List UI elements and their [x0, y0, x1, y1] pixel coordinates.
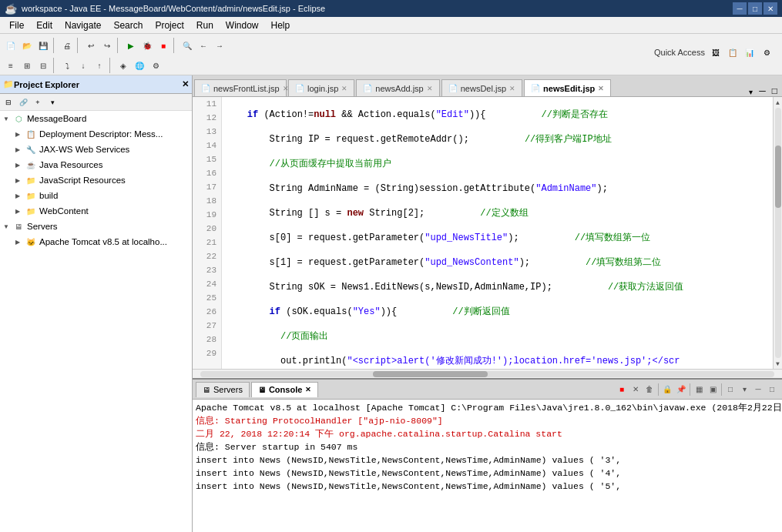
tab-newsedit[interactable]: 📄 newsEdit.jsp ✕ [524, 79, 611, 96]
tb-back-button[interactable]: ← [196, 38, 211, 53]
ln-26: 26 [193, 305, 221, 319]
maximize-editor-button[interactable]: □ [769, 85, 780, 96]
tb-run-button[interactable]: ▶ [123, 38, 139, 53]
menu-item-help[interactable]: Help [265, 18, 297, 32]
vscroll-down[interactable]: ▼ [774, 360, 782, 367]
menu-item-file[interactable]: File [3, 18, 30, 32]
code-content[interactable]: if (Action!=null && Action.equals("Edit"… [222, 97, 773, 369]
hscroll-thumb[interactable] [373, 371, 488, 377]
bottom-tab-servers[interactable]: 🖥 Servers [196, 382, 250, 397]
tb-search-button[interactable]: 🔍 [180, 38, 195, 53]
tree-label-tomcat: Apache Tomcat v8.5 at localho... [39, 237, 167, 246]
tree-item-deployment[interactable]: ▶ 📋 Deployment Descriptor: Mess... [0, 126, 192, 142]
console-minimize-button[interactable]: ─ [751, 383, 765, 396]
tab-newsfrontlist[interactable]: 📄 newsFrontList.jsp ✕ [194, 79, 287, 96]
menu-item-edit[interactable]: Edit [30, 18, 59, 32]
tb-expand-button[interactable]: ⊞ [19, 58, 35, 73]
tab-close-2[interactable]: ✕ [341, 85, 347, 92]
pe-new-button[interactable]: + [31, 95, 45, 109]
maximize-button[interactable]: □ [748, 2, 762, 15]
code-line-18: String sOK = News1.EditNews(s,NewsID,Adm… [225, 280, 770, 294]
bt-sep-1 [658, 383, 659, 396]
tree-item-java[interactable]: ▶ ☕ Java Resources [0, 157, 192, 172]
bottom-tab-console[interactable]: 🖥 Console ✕ [251, 382, 318, 397]
tree-item-tomcat[interactable]: ▶ 🐱 Apache Tomcat v8.5 at localho... [0, 234, 192, 249]
ln-18: 18 [193, 194, 221, 208]
tb-marker-button[interactable]: ◈ [116, 58, 131, 73]
tb-save-button[interactable]: 💾 [35, 38, 51, 53]
vscroll-thumb[interactable] [775, 146, 781, 208]
servers-icon: 🖥 [12, 220, 25, 233]
tree-arrow-webcontent: ▶ [15, 208, 25, 215]
console-clear-button[interactable]: 🗑 [643, 383, 656, 396]
console-layout-1[interactable]: ▦ [692, 383, 706, 396]
java-icon: ☕ [25, 159, 37, 171]
tab-close-4[interactable]: ✕ [509, 85, 515, 92]
hscroll-track[interactable] [200, 371, 774, 377]
tree-root-messageboard[interactable]: ▼ ⬡ MessageBoard [0, 111, 192, 126]
console-layout-2[interactable]: ▣ [706, 383, 720, 396]
tab-overflow-button[interactable]: ▾ [746, 88, 756, 96]
code-editor[interactable]: 11 12 13 14 15 16 17 18 19 20 21 22 23 2… [193, 97, 782, 369]
minimize-button[interactable]: ─ [733, 2, 747, 15]
qa-icon-1[interactable]: 🖼 [708, 45, 723, 60]
tree-item-build[interactable]: ▶ 📁 build [0, 188, 192, 203]
pe-link-editor[interactable]: 🔗 [16, 95, 30, 109]
tb-toggle-button[interactable]: ≡ [3, 58, 18, 73]
tb-print-button[interactable]: 🖨 [59, 38, 75, 53]
qa-icon-2[interactable]: 📋 [725, 45, 740, 60]
tb-redo-button[interactable]: ↪ [99, 38, 115, 53]
console-stop-button[interactable]: ■ [615, 383, 629, 396]
tb-forward-button[interactable]: → [212, 38, 227, 53]
tb-open-button[interactable]: 📂 [19, 38, 35, 53]
console-menu-button[interactable]: ▾ [737, 383, 751, 396]
console-close-icon[interactable]: ✕ [305, 386, 311, 393]
window-title: workspace - Java EE - MessageBoard/WebCo… [22, 4, 733, 13]
menu-item-window[interactable]: Window [220, 18, 265, 32]
ln-21: 21 [193, 236, 221, 249]
menu-item-run[interactable]: Run [190, 18, 220, 32]
tb-step-over-button[interactable]: ⤵ [59, 58, 75, 73]
menu-item-search[interactable]: Search [107, 18, 149, 32]
tab-close-3[interactable]: ✕ [427, 85, 433, 92]
tab-newsdel[interactable]: 📄 newsDel.jsp ✕ [441, 79, 522, 96]
pe-menu-button[interactable]: ▾ [45, 95, 59, 109]
close-button[interactable]: ✕ [764, 2, 777, 15]
menubar: FileEditNavigateSearchProjectRunWindowHe… [0, 17, 782, 34]
tree-item-jaxws[interactable]: ▶ 🔧 JAX-WS Web Services [0, 142, 192, 157]
tb-debug-button[interactable]: 🐞 [139, 38, 155, 53]
tab-login[interactable]: 📄 login.jsp ✕ [288, 79, 354, 96]
console-maximize-button[interactable]: □ [765, 383, 779, 396]
tb-globe-button[interactable]: 🌐 [132, 58, 147, 73]
tab-close-5[interactable]: ✕ [598, 85, 604, 92]
tb-step-return-button[interactable]: ↑ [92, 58, 107, 73]
tb-new-button[interactable]: 📄 [3, 38, 18, 53]
console-remove-button[interactable]: ✕ [629, 383, 643, 396]
menu-item-project[interactable]: Project [149, 18, 190, 32]
pe-collapse-all[interactable]: ⊟ [2, 95, 15, 109]
tb-stop-button[interactable]: ■ [156, 38, 171, 53]
editor-vscrollbar[interactable]: ▲ ▼ [773, 97, 782, 369]
vscroll-track[interactable] [775, 108, 781, 358]
tab-icon-5: 📄 [531, 84, 540, 92]
console-pin-button[interactable]: 📌 [674, 383, 688, 396]
console-expand-button[interactable]: □ [723, 383, 737, 396]
tab-newsadd[interactable]: 📄 newsAdd.jsp ✕ [356, 79, 439, 96]
qa-icon-3[interactable]: 📊 [742, 45, 757, 60]
menu-item-navigate[interactable]: Navigate [59, 18, 107, 32]
code-line-17: s[1] = request.getParameter("upd_NewsCon… [225, 256, 770, 269]
tree-item-javascript[interactable]: ▶ 📁 JavaScript Resources [0, 172, 192, 188]
tree-item-webcontent[interactable]: ▶ 📁 WebContent [0, 203, 192, 219]
console-scroll-lock-button[interactable]: 🔒 [660, 383, 674, 396]
qa-icon-4[interactable]: ⚙ [759, 45, 774, 60]
editor-hscrollbar[interactable] [193, 369, 782, 378]
vscroll-up[interactable]: ▲ [774, 99, 782, 106]
tree-item-servers[interactable]: ▼ 🖥 Servers [0, 219, 192, 234]
tb-collapse-button[interactable]: ⊟ [35, 58, 51, 73]
tb-settings-button[interactable]: ⚙ [148, 58, 163, 73]
project-explorer-close[interactable]: ✕ [182, 79, 189, 89]
minimize-editor-button[interactable]: ─ [756, 85, 769, 96]
tab-icon-1: 📄 [201, 84, 210, 92]
tb-step-into-button[interactable]: ↓ [76, 58, 91, 73]
tb-undo-button[interactable]: ↩ [83, 38, 99, 53]
